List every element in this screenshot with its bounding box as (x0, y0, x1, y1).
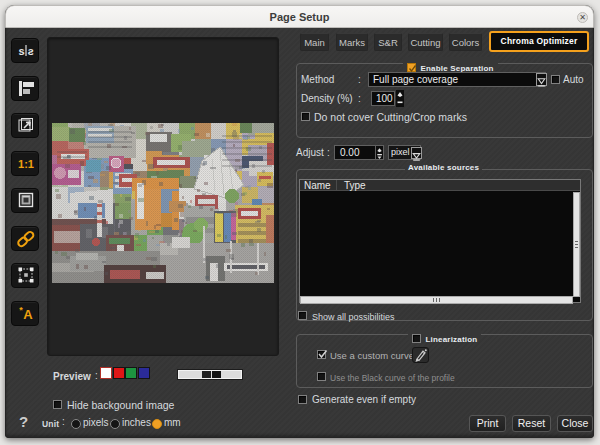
svg-text:s: s (28, 45, 34, 57)
svg-text:A: A (23, 307, 33, 322)
svg-text:s: s (18, 45, 24, 57)
svg-text:1:1: 1:1 (18, 158, 34, 170)
